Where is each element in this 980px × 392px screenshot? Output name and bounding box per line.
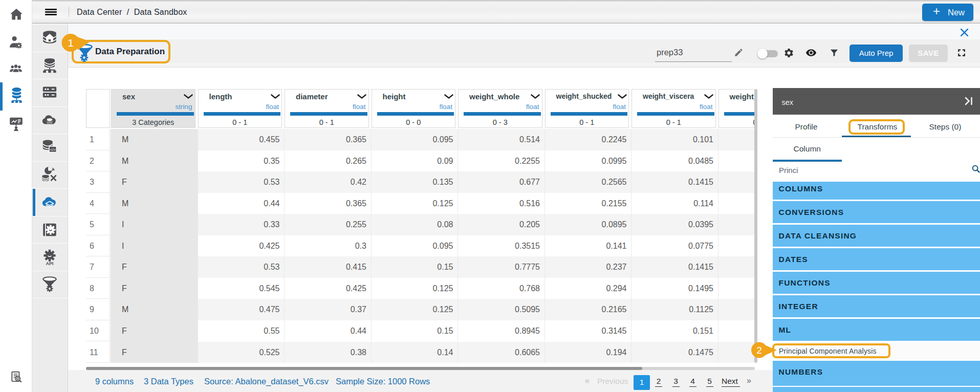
svg-text:1: 1 xyxy=(68,37,74,49)
svg-text:</>: </> xyxy=(50,147,56,152)
svg-text:2: 2 xyxy=(756,345,762,356)
svg-text:API: API xyxy=(46,261,54,266)
